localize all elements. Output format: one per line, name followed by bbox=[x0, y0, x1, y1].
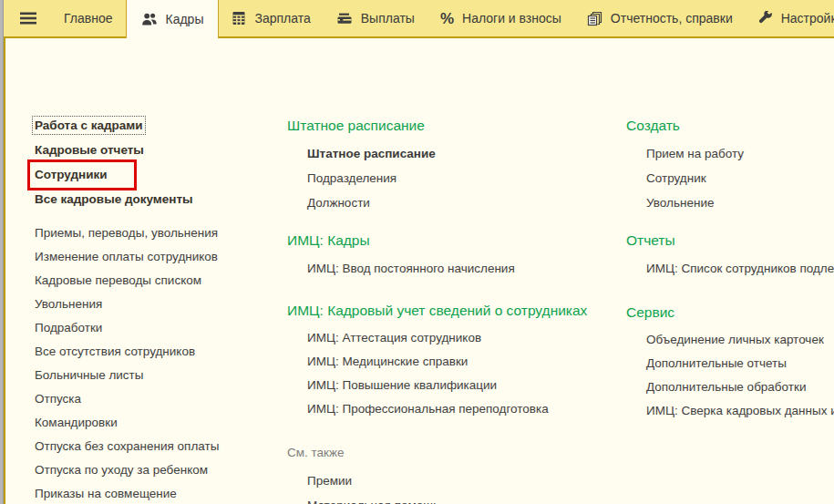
link-imc-professionalnaya-perepodgotovka[interactable]: ИМЦ: Профессиональная переподготовка bbox=[307, 397, 626, 421]
tab-nastroika[interactable]: Настройка bbox=[746, 0, 834, 36]
link-kadrovye-otchety[interactable]: Кадровые отчеты bbox=[35, 138, 283, 162]
link-imc-attestaciya[interactable]: ИМЦ: Аттестация сотрудников bbox=[307, 326, 626, 350]
link-podrabotki[interactable]: Подработки bbox=[35, 316, 283, 340]
link-bolnichnye-listy[interactable]: Больничные листы bbox=[35, 364, 283, 387]
link-sotrudniki[interactable]: Сотрудники bbox=[35, 162, 283, 187]
section-title-otchety: Отчеты bbox=[626, 228, 834, 252]
link-priemy-perevody[interactable]: Приемы, переводы, увольнения bbox=[35, 221, 283, 245]
link-shtatnoe-raspisanie[interactable]: Штатное расписание bbox=[307, 141, 626, 166]
link-rabota-s-kadrami[interactable]: Работа с кадрами bbox=[35, 113, 283, 138]
link-sotrudnik-create[interactable]: Сотрудник bbox=[646, 166, 834, 190]
link-materialnaya-pomoshch[interactable]: Материальная помощь bbox=[307, 493, 626, 504]
link-podrazdeleniya[interactable]: Подразделения bbox=[307, 166, 626, 190]
tab-kadry-label: Кадры bbox=[166, 12, 204, 26]
tab-glavnoe[interactable]: Главное bbox=[51, 0, 126, 36]
tab-nastroika-label: Настройка bbox=[781, 11, 834, 26]
section-title-imc-kadrovy-uchet: ИМЦ: Кадровый учет сведений о сотрудника… bbox=[287, 298, 626, 323]
section-title-shtatnoe-raspisanie: Штатное расписание bbox=[287, 113, 626, 138]
link-imc-vvod-nachisleniya[interactable]: ИМЦ: Ввод постоянного начисления bbox=[307, 256, 626, 281]
link-imc-spisok-sotrudnikov[interactable]: ИМЦ: Список сотрудников подлеж bbox=[646, 256, 834, 281]
tab-zarplata[interactable]: Зарплата bbox=[219, 0, 323, 36]
link-dopolnitelnye-obrabotki[interactable]: Дополнительные обработки bbox=[646, 375, 834, 399]
calculator-icon bbox=[232, 11, 246, 26]
link-otpuska[interactable]: Отпуска bbox=[35, 387, 283, 411]
main-menu-button[interactable] bbox=[4, 0, 51, 36]
percent-icon: % bbox=[440, 11, 454, 26]
link-premii[interactable]: Премии bbox=[307, 468, 626, 493]
link-prikazy-na-sovmeshchenie[interactable]: Приказы на совмещение bbox=[35, 482, 283, 504]
tab-nalogi-label: Налоги и взносы bbox=[462, 11, 561, 26]
tab-otchetnost-label: Отчетность, справки bbox=[611, 11, 733, 26]
people-icon bbox=[141, 12, 158, 26]
section-title-imc-kadry: ИМЦ: Кадры bbox=[287, 228, 626, 252]
group-gap bbox=[35, 211, 283, 221]
tab-nalogi[interactable]: % Налоги и взносы bbox=[427, 0, 574, 36]
link-uvolnenie-create[interactable]: Увольнение bbox=[646, 190, 834, 215]
right-command-panel: Создать Прием на работу Сотрудник Увольн… bbox=[626, 113, 834, 423]
link-obedinenie-lichnyh-kartochek[interactable]: Объединение личных карточек bbox=[646, 328, 834, 352]
link-izmenenie-oplaty[interactable]: Изменение оплаты сотрудников bbox=[35, 245, 283, 269]
left-command-panel: Работа с кадрами Кадровые отчеты Сотрудн… bbox=[35, 113, 283, 504]
section-title-servis: Сервис bbox=[626, 300, 834, 324]
hamburger-icon bbox=[19, 11, 37, 26]
section-title-sozdat: Создать bbox=[626, 113, 834, 138]
link-dolzhnosti[interactable]: Должности bbox=[307, 190, 626, 215]
content-left-border bbox=[4, 38, 5, 504]
wrench-icon bbox=[758, 11, 773, 26]
link-kadrovye-perevody-spiskom[interactable]: Кадровые переводы списком bbox=[35, 269, 283, 293]
link-vse-kadrovye-dokumenty[interactable]: Все кадровые документы bbox=[35, 187, 283, 211]
link-imc-sverka-kadrovyh-dannyh[interactable]: ИМЦ: Сверка кадровых данных и С bbox=[646, 399, 834, 423]
link-imc-povyshenie-kvalifikacii[interactable]: ИМЦ: Повышение квалификации bbox=[307, 374, 626, 397]
tab-vyplaty-label: Выплаты bbox=[361, 11, 415, 26]
middle-command-panel: Штатное расписание Штатное расписание По… bbox=[287, 113, 626, 504]
tab-otchetnost[interactable]: Отчетность, справки bbox=[574, 0, 746, 36]
section-tab-bar: Главное Кадры bbox=[4, 0, 834, 38]
tab-glavnoe-label: Главное bbox=[64, 11, 113, 26]
reports-icon bbox=[587, 11, 602, 26]
link-vse-otsutstviya[interactable]: Все отсутствия сотрудников bbox=[35, 340, 283, 364]
tab-zarplata-label: Зарплата bbox=[254, 11, 310, 26]
tab-vyplaty[interactable]: Выплаты bbox=[324, 0, 427, 36]
link-uvolneniya[interactable]: Увольнения bbox=[35, 293, 283, 316]
payments-icon bbox=[336, 11, 353, 26]
link-priem-na-rabotu[interactable]: Прием на работу bbox=[646, 141, 834, 166]
link-otpuska-bez-sohraneniya[interactable]: Отпуска без сохранения оплаты bbox=[35, 435, 283, 458]
link-dopolnitelnye-otchety[interactable]: Дополнительные отчеты bbox=[646, 352, 834, 375]
link-imc-medicinskie-spravki[interactable]: ИМЦ: Медицинские справки bbox=[307, 350, 626, 374]
tab-kadry[interactable]: Кадры bbox=[126, 0, 220, 38]
link-komandirovki[interactable]: Командировки bbox=[35, 411, 283, 435]
link-otpuska-po-uhodu[interactable]: Отпуска по уходу за ребенком bbox=[35, 458, 283, 482]
section-title-sm-takzhe: См. также bbox=[287, 440, 626, 465]
